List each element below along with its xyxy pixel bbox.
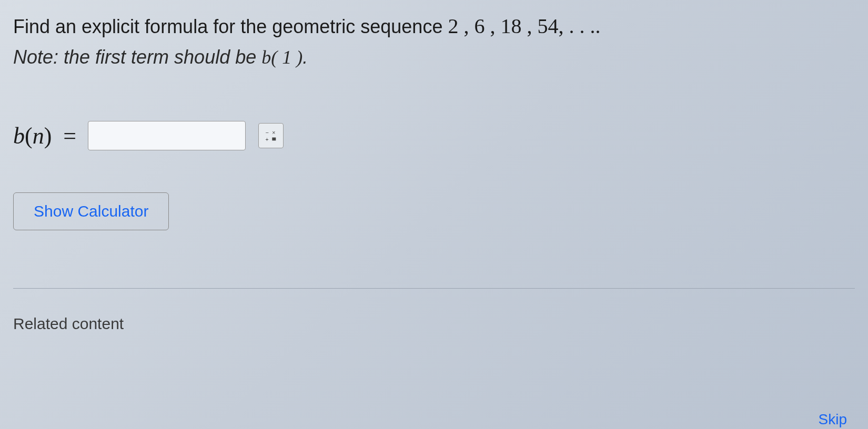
- section-divider: [13, 288, 855, 289]
- formula-var: b: [13, 123, 25, 149]
- related-content-heading: Related content: [13, 315, 855, 333]
- svg-text:×: ×: [272, 129, 275, 136]
- formula-inner: n: [33, 123, 44, 149]
- answer-row: b(n) = − × +: [13, 121, 855, 150]
- svg-text:+: +: [266, 136, 269, 142]
- svg-text:−: −: [266, 129, 269, 136]
- note-suffix: .: [302, 46, 308, 68]
- answer-input[interactable]: [88, 121, 246, 150]
- svg-rect-3: [272, 138, 276, 141]
- question-note: Note: the first term should be b( 1 ).: [13, 46, 855, 68]
- formula-label: b(n): [13, 122, 52, 149]
- math-keypad-button[interactable]: − × +: [258, 123, 284, 148]
- equals-sign: =: [63, 122, 76, 149]
- note-prefix: Note: the first term should be: [13, 46, 261, 68]
- show-calculator-button[interactable]: Show Calculator: [13, 192, 169, 230]
- note-math: b( 1 ): [261, 47, 302, 68]
- question-prefix: Find an explicit formula for the geometr…: [13, 16, 448, 37]
- skip-link[interactable]: Skip: [819, 411, 847, 428]
- keypad-icon: − × +: [264, 128, 278, 143]
- question-text: Find an explicit formula for the geometr…: [13, 11, 855, 42]
- question-sequence: 2 , 6 , 18 , 54, . . ..: [448, 14, 600, 38]
